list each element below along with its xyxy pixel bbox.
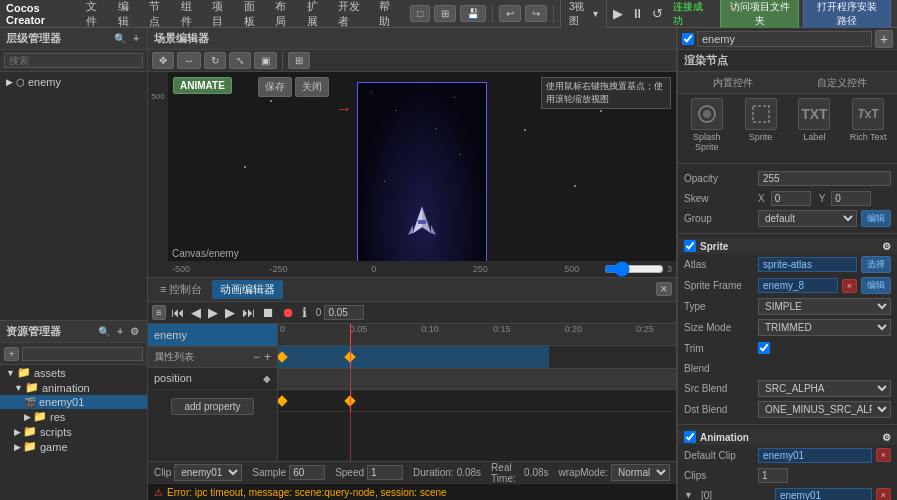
run-preview-btn[interactable]: 打开程序安装路径	[803, 0, 891, 31]
menu-dev[interactable]: 开发者	[332, 0, 370, 31]
speed-input[interactable]	[367, 465, 403, 480]
menu-node[interactable]: 节点	[143, 0, 173, 31]
menu-file[interactable]: 文件	[80, 0, 110, 31]
default-clip-input[interactable]	[758, 448, 872, 463]
widget-label[interactable]: TXT Label	[790, 98, 840, 159]
sprite-enabled-checkbox[interactable]	[684, 240, 696, 252]
dst-blend-select[interactable]: ONE_MINUS_SRC_ALPHA	[758, 401, 891, 418]
clip-0-clear-btn[interactable]: ×	[876, 488, 891, 500]
play-button[interactable]: ▶	[611, 6, 625, 21]
group-edit-btn[interactable]: 编辑	[861, 210, 891, 227]
atlas-input[interactable]	[758, 257, 857, 272]
tab-console[interactable]: ≡ 控制台	[152, 280, 210, 299]
close-scene-btn[interactable]: 关闭	[295, 77, 329, 97]
assets-add-icon[interactable]: +	[115, 325, 125, 338]
anim-time-input[interactable]	[324, 305, 364, 320]
scene-canvas[interactable]: ANIMATE 保存 关闭 使用鼠标右键拖拽置基点；使用滚轮缩放视图 →	[168, 72, 676, 261]
opacity-input[interactable]	[758, 171, 891, 186]
anim-play-btn[interactable]: ▶	[206, 305, 220, 320]
animation-section-header[interactable]: Animation ⚙	[678, 429, 897, 445]
anim-record-btn[interactable]: ⏺	[280, 305, 297, 320]
anim-prev-frame[interactable]: ◀	[189, 305, 203, 320]
sprite-frame-edit-btn[interactable]: 编辑	[861, 277, 891, 294]
anim-info-btn[interactable]: ℹ	[300, 305, 309, 320]
size-mode-select[interactable]: TRIMMED	[758, 319, 891, 336]
clip-select[interactable]: enemy01	[174, 464, 242, 481]
props-plus-btn[interactable]: +	[264, 350, 271, 364]
skew-x-input[interactable]	[771, 191, 811, 206]
props-minus-btn[interactable]: −	[253, 350, 260, 364]
skew-y-input[interactable]	[831, 191, 871, 206]
asset-item-game[interactable]: ▶ 📁 game	[0, 439, 147, 454]
assets-filter-input[interactable]	[22, 347, 143, 361]
hierarchy-add-icon[interactable]: +	[131, 32, 141, 45]
zoom-slider[interactable]	[604, 261, 664, 277]
menu-help[interactable]: 帮助	[373, 0, 403, 31]
anim-prev-btn[interactable]: ⏮	[169, 305, 186, 320]
widget-sprite[interactable]: Sprite	[736, 98, 786, 159]
anim-clip-select[interactable]: ≡	[152, 305, 166, 320]
assets-settings-icon[interactable]: ⚙	[128, 325, 141, 338]
tab-builtin[interactable]: 内置控件	[678, 72, 788, 93]
asset-item-animation[interactable]: ▼ 📁 animation	[0, 380, 147, 395]
wrapmode-select[interactable]: Normal	[611, 464, 670, 481]
anim-gear-icon[interactable]: ⚙	[882, 432, 891, 443]
open-btn[interactable]: ⊞	[434, 5, 456, 22]
src-blend-select[interactable]: SRC_ALPHA	[758, 380, 891, 397]
scene-tool-3[interactable]: ↻	[204, 52, 226, 69]
sprite-gear-icon[interactable]: ⚙	[882, 241, 891, 252]
add-component-btn[interactable]: +	[875, 30, 893, 48]
node-name-input[interactable]	[697, 31, 872, 47]
menu-component[interactable]: 组件	[175, 0, 205, 31]
save-btn[interactable]: 💾	[460, 5, 486, 22]
group-select[interactable]: default	[758, 210, 857, 227]
default-clip-clear-btn[interactable]: ×	[876, 448, 891, 462]
scene-tool-1[interactable]: ✥	[152, 52, 174, 69]
menu-panel[interactable]: 面板	[238, 0, 268, 31]
sprite-frame-clear-btn[interactable]: ×	[842, 279, 857, 293]
anim-close-btn[interactable]: ✕	[656, 282, 672, 296]
new-btn[interactable]: □	[410, 5, 430, 22]
trim-checkbox[interactable]	[758, 342, 770, 354]
assets-create-btn[interactable]: +	[4, 347, 19, 361]
track-position[interactable]: position ◆	[148, 368, 277, 390]
redo-btn[interactable]: ↪	[525, 5, 547, 22]
anim-enabled-checkbox[interactable]	[684, 431, 696, 443]
hierarchy-item-enemy[interactable]: ▶ ⬡ enemy	[0, 74, 147, 90]
asset-item-scripts[interactable]: ▶ 📁 scripts	[0, 424, 147, 439]
track-kf-add-icon[interactable]: ◆	[263, 373, 271, 384]
atlas-select-btn[interactable]: 选择	[861, 256, 891, 273]
clip-expand-icon[interactable]: ▼	[684, 490, 693, 500]
hierarchy-search-input[interactable]	[4, 53, 143, 68]
visit-project-btn[interactable]: 访问项目文件夹	[720, 0, 799, 31]
track-enemy[interactable]: enemy	[148, 324, 277, 346]
view3d-button[interactable]: 3视图 ▾	[560, 0, 607, 31]
animate-btn[interactable]: ANIMATE	[173, 77, 232, 94]
scene-align-btn[interactable]: ⊞	[288, 52, 310, 69]
pause-button[interactable]: ⏸	[629, 6, 646, 21]
scene-tool-2[interactable]: ↔	[177, 52, 201, 69]
scene-tool-5[interactable]: ▣	[254, 52, 277, 69]
sprite-section-header[interactable]: Sprite ⚙	[678, 238, 897, 254]
add-property-btn[interactable]: add property	[171, 398, 253, 415]
anim-next-btn[interactable]: ⏭	[240, 305, 257, 320]
menu-project[interactable]: 项目	[206, 0, 236, 31]
type-select[interactable]: SIMPLE	[758, 298, 891, 315]
tab-animation[interactable]: 动画编辑器	[212, 280, 283, 299]
widget-splash-sprite[interactable]: Splash Sprite	[682, 98, 732, 159]
sprite-frame-input[interactable]	[758, 278, 838, 293]
undo-btn[interactable]: ↩	[499, 5, 521, 22]
scene-tool-4[interactable]: ⤡	[229, 52, 251, 69]
anim-stop-btn[interactable]: ⏹	[260, 305, 277, 320]
tab-custom[interactable]: 自定义控件	[788, 72, 898, 93]
asset-item-res[interactable]: ▶ 📁 res	[0, 409, 147, 424]
menu-edit[interactable]: 编辑	[112, 0, 142, 31]
node-active-checkbox[interactable]	[682, 33, 694, 45]
refresh-button[interactable]: ↺	[650, 6, 665, 21]
hierarchy-search-icon[interactable]: 🔍	[112, 32, 128, 45]
sample-input[interactable]	[289, 465, 325, 480]
save-scene-btn[interactable]: 保存	[258, 77, 292, 97]
keyframe-pos-0[interactable]	[278, 395, 288, 406]
asset-item-assets[interactable]: ▼ 📁 assets	[0, 365, 147, 380]
anim-next-frame[interactable]: ▶	[223, 305, 237, 320]
